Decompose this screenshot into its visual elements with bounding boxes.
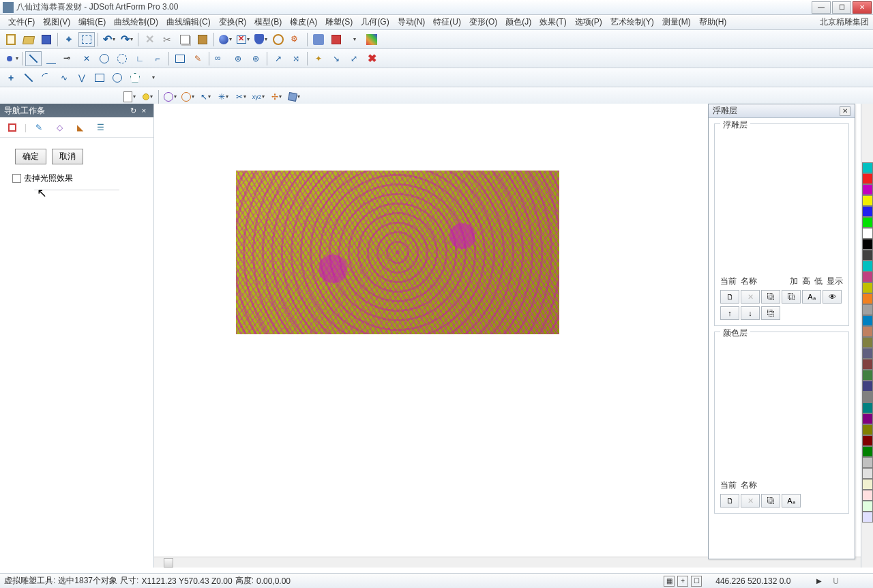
menu-view[interactable]: 视图(V) [39,15,74,29]
menu-geom[interactable]: 几何(G) [357,15,393,29]
star-tool[interactable]: ✦ [310,51,327,66]
nav-panel-pin-button[interactable]: ↻ [128,106,138,115]
arc-tool[interactable] [38,70,55,85]
orange-circle-tool[interactable]: ▾ [179,89,196,104]
save-button[interactable] [38,32,55,47]
edit-node-tool[interactable] [43,51,59,66]
color-swatch[interactable] [862,173,873,184]
relief-delete-button[interactable]: ✕ [741,290,760,304]
relief-down-button[interactable]: ↓ [741,306,760,320]
status-plus-icon[interactable]: + [677,576,688,587]
wand2-tool[interactable]: ⤢ [346,51,362,66]
color-swatch[interactable] [862,162,873,173]
menu-option[interactable]: 选项(P) [571,15,606,29]
lighting-checkbox-row[interactable]: 去掉光照效果 [12,173,141,184]
undo-button[interactable]: ↶▾ [101,32,117,47]
color-swatch[interactable] [862,261,873,271]
color-swatch[interactable] [862,413,873,424]
status-grid-icon[interactable]: ▦ [664,576,675,587]
purple-circle-tool[interactable]: ▾ [162,89,178,104]
menu-effect[interactable]: 效果(T) [535,15,570,29]
polygon-tool[interactable] [127,70,143,85]
circle-tool[interactable] [96,51,113,66]
redo-button[interactable]: ↷▾ [119,32,135,47]
menu-model[interactable]: 模型(B) [250,15,286,29]
menu-file[interactable]: 文件(F) [4,15,39,29]
shield-button[interactable]: ▾ [252,32,269,47]
color-swatch[interactable] [862,337,873,348]
macro-button[interactable] [270,32,286,47]
circle-draw-tool[interactable] [109,70,125,85]
cube-tool[interactable]: ▾ [286,89,302,104]
pointer-tool[interactable]: ▾ [3,51,19,66]
color-new-button[interactable]: 🗋 [720,494,739,508]
color-swatch[interactable] [862,250,873,261]
close-red-tool[interactable]: ✖ [364,51,380,66]
color-swatch[interactable] [862,304,873,315]
color-swatch[interactable] [862,370,873,381]
point-tool[interactable]: + [3,70,19,85]
nav-panel-close-button[interactable]: × [138,106,149,115]
red-swatch-button[interactable] [328,32,344,47]
snap-button[interactable]: ⌖ [61,32,77,47]
menu-help[interactable]: 帮助(H) [695,15,731,29]
circle-dashed-tool[interactable] [114,51,130,66]
relief-new-button[interactable]: 🗋 [720,290,739,304]
menu-color[interactable]: 颜色(J) [501,15,535,29]
delete-rect-button[interactable]: ✕▾ [235,32,251,47]
relief-paste-button[interactable]: ⿻ [782,290,801,304]
settings-button[interactable]: ⚙ [288,32,304,47]
bezier-tool[interactable]: ∿ [56,70,72,85]
menu-sculpt[interactable]: 雕塑(S) [321,15,357,29]
triple-ring-tool[interactable]: ⊛ [248,51,264,66]
close-button[interactable]: ✕ [853,1,872,14]
break-node-tool[interactable]: ⊸ [61,51,77,66]
checkbox-icon[interactable] [12,174,21,183]
color-swatch[interactable] [862,293,873,304]
color-swatch[interactable] [862,392,873,402]
pointer-edit-tool[interactable]: ↖▾ [197,89,213,104]
light-tool[interactable]: ▾ [139,89,156,104]
nav-tool-5[interactable]: ☰ [92,120,108,135]
menu-feature[interactable]: 特征(U) [429,15,465,29]
more-shapes-tool[interactable]: ▾ [145,70,161,85]
wand-tool[interactable]: ↘ [328,51,344,66]
paste-button[interactable] [194,32,211,47]
menu-curveedit[interactable]: 曲线编辑(C) [162,15,215,29]
rect-tool[interactable] [91,70,108,85]
relief-up-button[interactable]: ↑ [720,306,739,320]
color-swatch[interactable] [862,424,873,435]
color-swatch[interactable] [862,402,873,413]
double-ring-tool[interactable]: ⊚ [230,51,246,66]
color-swatch[interactable] [862,446,873,457]
relief-merge-button[interactable]: ⿻ [761,306,780,320]
color-swatch[interactable] [862,195,873,206]
polyline-tool[interactable]: ⋁ [74,70,90,85]
status-box-icon[interactable]: ☐ [691,576,702,587]
scrollbar-thumb[interactable] [164,558,173,568]
line-edit-tool[interactable] [25,51,42,66]
menu-measure[interactable]: 测量(M) [658,15,695,29]
color-swatch[interactable] [862,479,873,490]
red-dropdown-button[interactable]: ▾ [346,32,362,47]
menu-transform[interactable]: 变换(R) [215,15,251,29]
scissors-tool[interactable]: ✂▾ [233,89,249,104]
menu-deriv[interactable]: 导动(N) [394,15,430,29]
color-swatch[interactable] [862,217,873,228]
cross-node-tool[interactable]: ✕ [78,51,95,66]
relief-panel-close-button[interactable]: ✕ [840,106,850,116]
color-swatch[interactable] [862,315,873,326]
relief-rename-button[interactable]: Aₐ [802,290,821,304]
open-button[interactable] [20,32,37,47]
minimize-button[interactable]: — [812,1,831,14]
cancel-button[interactable]: 取消 [52,149,83,164]
color-swatch[interactable] [862,359,873,370]
line-tool[interactable] [20,70,37,85]
color-swatch[interactable] [862,184,873,195]
arrow-merge-tool[interactable]: ⤭ [288,51,304,66]
nav-tool-3[interactable]: ◇ [51,120,68,135]
color-swatch[interactable] [862,348,873,359]
page-tool[interactable]: ▾ [121,89,138,104]
color-swatch[interactable] [862,468,873,479]
color-layer-list[interactable] [720,338,843,474]
